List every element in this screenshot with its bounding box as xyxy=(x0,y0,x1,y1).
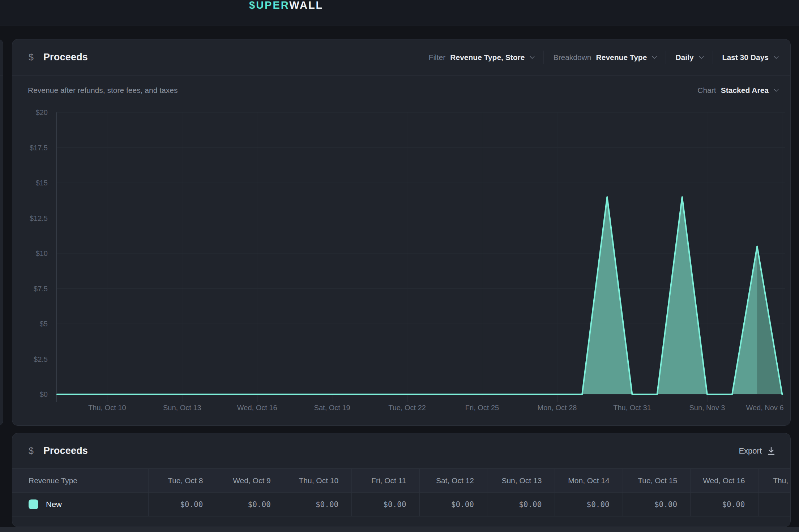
value-cell: $0.00 xyxy=(487,493,555,516)
value-cell: $0.00 xyxy=(284,493,351,516)
chevron-down-icon xyxy=(774,87,779,92)
table-row: New$0.00$0.00$0.00$0.00$0.00$0.00$0.00$0… xyxy=(12,493,791,516)
dashboard-screen: $UPERWALL $ Proceeds Filter Revenue Type… xyxy=(0,0,799,532)
granularity-dropdown[interactable]: Daily xyxy=(675,53,703,62)
value-cell: $0.00 xyxy=(623,493,690,516)
proceeds-chart-panel: $ Proceeds Filter Revenue Type, Store Br… xyxy=(12,39,791,426)
page-title: Proceeds xyxy=(43,52,88,63)
column-header-revenue-type: Revenue Type xyxy=(12,469,148,492)
y-axis-label: $15 xyxy=(36,179,48,187)
column-header-date: Sat, Oct 12 xyxy=(419,469,487,492)
top-navbar: $UPERWALL xyxy=(0,0,799,26)
table-title: Proceeds xyxy=(43,445,88,456)
chart-panel-title-group: $ Proceeds xyxy=(29,52,88,63)
x-axis-label: Wed, Oct 16 xyxy=(237,404,277,412)
x-axis-label: Thu, Oct 10 xyxy=(88,404,126,412)
y-axis-label: $10 xyxy=(36,249,48,258)
column-header-date: Tue, Oct 8 xyxy=(148,469,216,492)
filter-label: Filter xyxy=(429,53,446,62)
chevron-down-icon xyxy=(530,54,535,59)
proceeds-table-panel: $ Proceeds Export Revenue TypeTue, Oct 8… xyxy=(12,433,791,527)
adjacent-panel-edge xyxy=(0,39,3,426)
column-header-date: Mon, Oct 14 xyxy=(555,469,622,492)
y-axis-label: $5 xyxy=(40,320,48,328)
chevron-down-icon xyxy=(652,54,657,59)
chart-panel-header: $ Proceeds Filter Revenue Type, Store Br… xyxy=(12,39,790,76)
chart-type-value: Stacked Area xyxy=(721,86,769,95)
divider xyxy=(713,51,713,64)
chevron-down-icon xyxy=(774,54,779,59)
column-header-date: Sun, Oct 13 xyxy=(487,469,555,492)
logo-accent-text: $UPER xyxy=(249,0,289,11)
y-axis: $20$17.5$15$12.5$10$7.5$5$2.5$0 xyxy=(12,105,48,404)
x-axis-label: Sat, Oct 19 xyxy=(314,404,350,412)
column-header-date: Fri, Oct 11 xyxy=(351,469,419,492)
column-header-date: Thu, Oct 10 xyxy=(284,469,351,492)
filter-dropdown[interactable]: Filter Revenue Type, Store xyxy=(429,53,534,62)
divider xyxy=(666,51,666,64)
table-panel-header: $ Proceeds Export xyxy=(12,433,790,468)
value-cell: $0.00 xyxy=(148,493,216,516)
x-axis-label: Thu, Oct 31 xyxy=(613,404,651,412)
revenue-type-cell: New xyxy=(12,493,148,516)
chart-subtitle: Revenue after refunds, store fees, and t… xyxy=(28,86,178,95)
y-axis-label: $12.5 xyxy=(30,214,48,222)
filter-value: Revenue Type, Store xyxy=(450,53,525,62)
x-axis-label: Wed, Nov 6 xyxy=(746,404,783,412)
adjacent-panel-divider xyxy=(0,76,3,76)
column-header-date: Tue, Oct 15 xyxy=(623,469,690,492)
logo-rest-text: WALL xyxy=(289,0,323,11)
dollar-icon: $ xyxy=(29,446,34,456)
value-cell: $0.00 xyxy=(690,493,758,516)
series-label: New xyxy=(46,500,62,509)
x-axis-label: Mon, Oct 28 xyxy=(538,404,577,412)
breakdown-label: Breakdown xyxy=(553,53,591,62)
value-cell: $0.00 xyxy=(555,493,622,516)
bottom-strip xyxy=(0,527,799,532)
breakdown-value: Revenue Type xyxy=(596,53,647,62)
y-axis-label: $20 xyxy=(36,108,48,117)
chevron-down-icon xyxy=(699,54,704,59)
column-header-date: Thu, Oct 17 xyxy=(758,469,791,492)
x-axis-label: Sun, Nov 3 xyxy=(689,404,725,412)
value-cell: $0.00 xyxy=(419,493,487,516)
value-cell: $0.00 xyxy=(216,493,283,516)
chart-subheader: Revenue after refunds, store fees, and t… xyxy=(12,76,790,105)
x-axis-label: Sun, Oct 13 xyxy=(163,404,201,412)
y-axis-label: $7.5 xyxy=(34,284,48,293)
value-cell: $0.00 xyxy=(351,493,419,516)
column-header-date: Wed, Oct 9 xyxy=(216,469,283,492)
series-swatch-icon xyxy=(29,499,38,509)
y-axis-label: $2.5 xyxy=(34,355,48,363)
value-cell: $0.00 xyxy=(758,493,791,516)
granularity-value: Daily xyxy=(675,53,693,62)
table-panel-title-group: $ Proceeds xyxy=(29,445,88,456)
y-axis-label: $17.5 xyxy=(30,143,48,152)
export-button[interactable]: Export xyxy=(739,446,778,456)
plot-area: Thu, Oct 10Sun, Oct 13Wed, Oct 16Sat, Oc… xyxy=(56,105,785,426)
column-header-date: Wed, Oct 16 xyxy=(690,469,758,492)
date-range-value: Last 30 Days xyxy=(722,53,769,62)
download-icon xyxy=(767,447,775,455)
chart-type-label: Chart xyxy=(697,86,716,95)
y-axis-label: $0 xyxy=(40,390,48,399)
chart-controls: Filter Revenue Type, Store Breakdown Rev… xyxy=(429,51,778,64)
export-label: Export xyxy=(739,446,762,456)
chart-type-dropdown[interactable]: Chart Stacked Area xyxy=(697,86,778,95)
stacked-area-chart: $20$17.5$15$12.5$10$7.5$5$2.5$0 Thu, Oct… xyxy=(12,105,790,426)
breakdown-dropdown[interactable]: Breakdown Revenue Type xyxy=(553,53,656,62)
divider xyxy=(543,51,544,64)
date-range-dropdown[interactable]: Last 30 Days xyxy=(722,53,778,62)
x-axis-label: Fri, Oct 25 xyxy=(465,404,499,412)
proceeds-table: Revenue TypeTue, Oct 8Wed, Oct 9Thu, Oct… xyxy=(12,468,790,516)
x-axis-label: Tue, Oct 22 xyxy=(388,404,426,412)
area-chart-svg xyxy=(56,105,785,404)
table-header-row: Revenue TypeTue, Oct 8Wed, Oct 9Thu, Oct… xyxy=(12,468,791,493)
dollar-icon: $ xyxy=(29,52,34,63)
superwall-logo: $UPERWALL xyxy=(249,0,323,11)
